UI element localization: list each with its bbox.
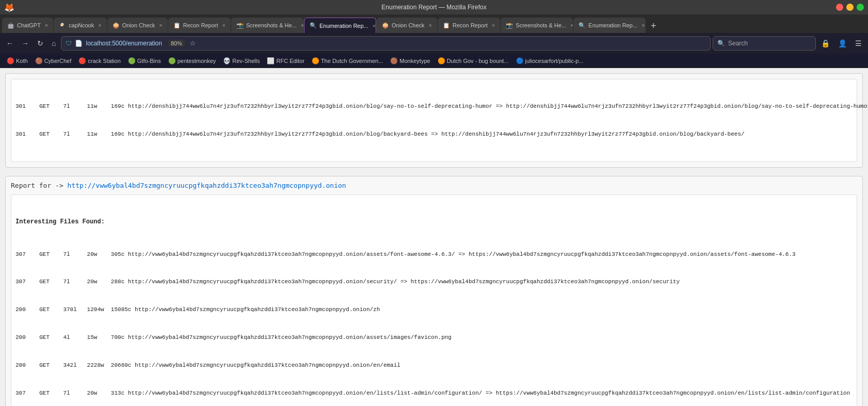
bookmark-koth[interactable]: 🔴 Koth [4,56,30,66]
tab-onioncheck2[interactable]: 🧅 Onion Check × [377,18,437,33]
pentestmonkey-icon: 🟢 [168,57,176,64]
tab-label: Onion Check [392,22,425,28]
titlebar: 🦊 Enumeration Report — Mozilla Firefox [0,0,868,14]
titlebar-controls[interactable] [836,4,864,11]
tab-label: Enumeration Rep... [319,23,368,29]
titlebar-title: Enumeration Report — Mozilla Firefox [381,4,486,11]
crackstation-icon: 🔴 [78,57,86,64]
report-section-1: 301 GET 7l 11w 169c http://denshibjj744w… [5,73,863,168]
tab-enumeration2[interactable]: 🔍 Enumeration Rep... × [573,18,646,33]
tab-icon: 🤖 [7,22,14,29]
bookmark-pentestmonkey[interactable]: 🟢 pentestmonkey [166,56,219,66]
bookmark-revshells[interactable]: 💀 Rev-Shells [220,56,262,66]
reload-button[interactable]: ↻ [34,37,46,50]
tab-icon: 🧅 [112,22,120,29]
tab-icon: 📋 [443,22,450,29]
back-button[interactable]: ← [3,37,17,50]
home-button[interactable]: ⌂ [49,37,59,50]
report-prefix: Report for -> [11,182,68,189]
bookmark-koth-label: Koth [16,58,28,64]
tab-label: Onion Check [122,22,155,28]
url-page-icon: 📄 [75,40,83,47]
tab-close-chatgpt[interactable]: × [45,22,48,28]
bookmark-dutch-gov-bug[interactable]: 🟠 Dutch Gov - bug bount... [435,56,511,66]
report-section-2: Report for -> http://vww6ybal4bd7szmgncy… [5,176,863,406]
bookmark-julio[interactable]: 🔵 juliocesarfort/public-p... [513,56,586,66]
log-line: 307 GET 7l 20w 305c http://vww6ybal4bd7s… [15,250,853,259]
report-url-link[interactable]: http://vww6ybal4bd7szmgncyruucpgfkqahzdd… [68,182,346,189]
log-area-1: 301 GET 7l 11w 169c http://denshibjj744w… [11,79,857,162]
url-text: localhost:5000/enumeration [86,40,162,47]
tab-icon: 🧅 [382,22,389,29]
bookmark-dutch-gov-bug-label: Dutch Gov - bug bount... [447,58,509,64]
bookmark-revshells-label: Rev-Shells [232,58,260,64]
tab-close-onion2[interactable]: × [429,22,432,28]
log-line: 307 GET 7l 20w 313c http://vww6ybal4bd7s… [15,388,853,398]
tab-icon: 🔍 [578,22,586,29]
tab-label: capNcook [69,22,94,28]
bookmark-gtfobins[interactable]: 🟢 Gtfo-Bins [125,56,164,66]
search-placeholder: Search [728,40,748,47]
bookmark-cyberchef-label: CyberChef [44,58,72,64]
tab-label: ChatGPT [17,22,41,28]
forward-button[interactable]: → [19,37,32,50]
zoom-level[interactable]: 80% [168,40,185,47]
bookmark-crackstation-label: crack Station [88,58,121,64]
bookmark-monkeytype-label: Monkeytype [399,58,430,64]
close-button[interactable] [836,4,843,11]
tab-close-onion1[interactable]: × [159,22,162,28]
bookmark-rfceditor[interactable]: ⬜ RFC Editor [264,56,307,66]
bookmark-dutch-gov-label: The Dutch Governmen... [321,58,383,64]
shield-icon: 🛡 [66,40,72,47]
tab-close-ss2[interactable]: × [570,22,573,28]
tab-onioncheck1[interactable]: 🧅 Onion Check × [107,18,168,33]
tab-close-capncook[interactable]: × [98,22,101,28]
page-content: 301 GET 7l 11w 169c http://denshibjj744w… [0,68,868,406]
log-area-2: Interesting Files Found: 307 GET 7l 20w … [11,194,857,406]
tab-close-enum2[interactable]: × [641,22,645,28]
bookmark-crackstation[interactable]: 🔴 crack Station [76,56,123,66]
tab-enumeration-active[interactable]: 🔍 Enumeration Rep... × [304,18,376,33]
report-header: Report for -> http://vww6ybal4bd7szmgncy… [11,182,857,189]
tab-screenshots2[interactable]: 📸 Screenshots & He... × [501,18,573,33]
tabbar: 🤖 ChatGPT × 🍳 capNcook × 🧅 Onion Check ×… [0,14,868,33]
bookmarks-bar: 🔴 Koth 🟤 CyberChef 🔴 crack Station 🟢 Gtf… [0,54,868,68]
tab-close-ss1[interactable]: × [301,22,303,28]
tab-reconreport1[interactable]: 📋 Recon Report × [168,18,231,33]
revshells-icon: 💀 [223,57,231,64]
bookmark-pentestmonkey-label: pentestmonkey [178,58,216,64]
bookmark-dutch-gov[interactable]: 🟠 The Dutch Governmen... [309,56,385,66]
tab-label: Screenshots & He... [516,22,566,28]
profile-button[interactable]: 👤 [835,37,850,50]
koth-icon: 🔴 [7,57,14,64]
extensions-button[interactable]: 🔒 [818,37,833,50]
bookmark-monkeytype[interactable]: 🟤 Monkeytype [388,56,432,66]
tab-capncook[interactable]: 🍳 capNcook × [54,18,106,33]
tab-close-recon1[interactable]: × [222,22,226,28]
log-line: 301 GET 7l 11w 169c http://denshibjj744w… [15,129,853,139]
log-line: 200 GET 342l 2228w 20660c http://vww6yba… [15,361,853,370]
tab-icon: 📋 [173,22,181,29]
new-tab-button[interactable]: + [646,19,661,33]
bookmark-star-icon[interactable]: ☆ [190,40,196,47]
menu-button[interactable]: ☰ [852,37,865,50]
search-bar[interactable]: 🔍 Search [713,36,816,51]
log-line: 200 GET 4l 15w 700c http://vww6ybal4bd7s… [15,333,853,343]
minimize-button[interactable] [846,4,854,11]
maximize-button[interactable] [857,4,864,11]
tab-icon: 🍳 [59,22,66,29]
tab-chatgpt[interactable]: 🤖 ChatGPT × [2,18,53,33]
log-line: 301 GET 7l 11w 169c http://denshibjj744w… [15,102,853,111]
tab-icon: 🔍 [310,22,317,29]
tab-screenshots1[interactable]: 📸 Screenshots & He... × [231,18,303,33]
log-line: 200 GET 370l 1204w 15085c http://vww6yba… [15,305,853,315]
tab-reconreport2[interactable]: 📋 Recon Report × [438,18,500,33]
bookmark-rfceditor-label: RFC Editor [276,58,304,64]
monkeytype-icon: 🟤 [390,57,398,64]
url-bar[interactable]: 🛡 📄 localhost:5000/enumeration 80% ☆ [61,36,711,51]
tab-close-enum-active[interactable]: × [373,23,376,29]
bookmark-cyberchef[interactable]: 🟤 CyberChef [33,56,74,66]
search-icon: 🔍 [717,40,725,47]
gtfobins-icon: 🟢 [128,57,136,64]
tab-close-recon2[interactable]: × [492,22,495,28]
